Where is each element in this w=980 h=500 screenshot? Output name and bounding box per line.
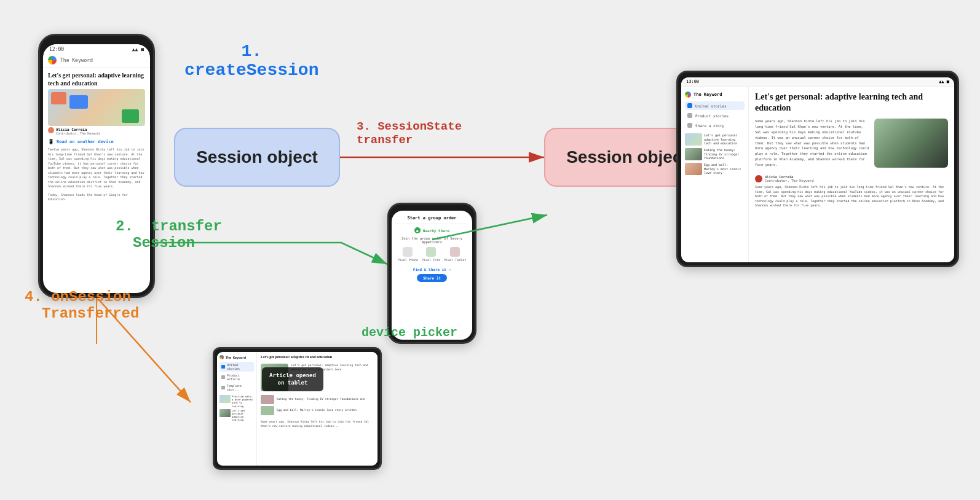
sidebar-label-3: Share a story <box>695 123 724 128</box>
step-3-text1: SessionState <box>377 120 462 133</box>
tablet-article-image <box>874 119 948 168</box>
google-logo-icon <box>48 56 57 64</box>
status-time: 12:00 <box>49 47 64 52</box>
device-icon-2 <box>426 247 436 257</box>
tbs-article-title: Let's get personal: adaptive ch and educ… <box>257 352 377 362</box>
step-1-number: 1. <box>184 42 318 61</box>
tablet-sidebar-item-2[interactable]: Product stories <box>685 111 745 120</box>
session-box-left-text: Session object <box>196 147 318 167</box>
phone-article-title: Let's get personal: adaptive learning te… <box>43 68 150 89</box>
sidebar-thumb-text-3: Egg and ball: Marley's most iconic love … <box>704 163 745 175</box>
tbs-item-1: Eating the honey: finding EV stronger fo… <box>261 395 374 404</box>
tablet-status-time: 13:00 <box>686 79 699 84</box>
tablet-author-info: Alicia Correia Contributor, The Keyword <box>765 175 813 182</box>
phone-author: Alicia Correia Contributor, The Keyword <box>48 127 145 135</box>
session-box-right-text: Session object <box>566 147 688 167</box>
sidebar-icon-1 <box>687 103 692 108</box>
phone-left-mockup: 12:00 ▲▲ ■ The Keyword Let's get persona… <box>38 34 155 298</box>
tablet-logo-text: The Keyword <box>694 92 722 97</box>
sidebar-icon-2 <box>687 113 692 118</box>
tablet-main-content: Let's get personal: adaptive learning te… <box>749 87 954 262</box>
picker-content: Start a group order ● Nearby Share Join … <box>392 211 472 340</box>
picker-instruction: Join the group order of Savory Appetizer… <box>397 236 467 244</box>
article-opened-overlay: Article opened on tablet <box>262 367 323 391</box>
tbs-logo: The Keyword <box>219 355 254 359</box>
tbs-icon-1 <box>221 365 225 369</box>
device-label-2: Pixel Fold <box>422 258 440 262</box>
picker-footer: Find & Share it → <box>413 267 451 271</box>
tbs-logo-text: The Keyword <box>226 356 246 359</box>
tablet-article-title: Let's get personal: adaptive learning te… <box>755 92 948 114</box>
step-3-number: 3. <box>357 120 377 133</box>
step-2-number-text1: 2. transfer <box>116 218 222 235</box>
tbs-thumb-text-2: Let's get personal adaptive learning <box>232 409 254 422</box>
nearby-share-label: Nearby Share <box>423 229 449 233</box>
picker-share-button[interactable]: Share it <box>417 274 447 282</box>
tablet-author-avatar <box>755 175 762 182</box>
picker-divider <box>397 224 467 224</box>
phone-body-text: Twelve years ago, Shannon Rinta left his… <box>43 146 150 191</box>
author-name: Alicia Correia <box>56 127 100 131</box>
picker-device-3: Pixel Tablet <box>444 247 466 262</box>
tablet-logo: The Keyword <box>685 92 745 98</box>
tbs-sidebar-item-3[interactable]: Template stor... <box>219 383 254 393</box>
tablet-right-mockup: 13:00 ▲▲ ■ The Keyword United stories P <box>676 71 959 267</box>
sidebar-thumb-text-1: Let's get personal adaptive learning tec… <box>704 133 745 146</box>
tbs-thumbnails: Practice sets: a more powered path to le… <box>219 395 254 422</box>
tbs-icon-2 <box>221 375 225 379</box>
tbs-label-2: Product article <box>227 373 252 381</box>
tbs-label-3: Template stor... <box>227 384 252 391</box>
step-3-label: 3. SessionState transfer <box>357 120 462 147</box>
device-label-1: Pixel Phone <box>398 258 418 262</box>
status-bar: 12:00 ▲▲ ■ <box>43 44 150 53</box>
google-bar: The Keyword <box>43 53 150 68</box>
sidebar-label-2: Product stories <box>695 114 729 118</box>
tbs-thumb-2: Let's get personal adaptive learning <box>219 409 254 422</box>
sidebar-thumb-3: Egg and ball: Marley's most iconic love … <box>685 163 745 175</box>
author-role: Contributor, The Keyword <box>56 131 100 135</box>
tbs-thumb-img-1 <box>219 395 231 403</box>
phone-body-text2: Today, Shannon leads the head of Google … <box>43 191 150 204</box>
tbs-item-text-2: Egg and ball: Marley's iconic love story… <box>277 408 357 412</box>
tablet-article-text-col: Some years ago, Shannon Rinta left his j… <box>755 119 948 171</box>
sidebar-thumb-2: Eating the honey: finding EV stronger fo… <box>685 148 745 160</box>
tablet-sidebar-item-3[interactable]: Share a story <box>685 121 745 130</box>
read-on-device-link[interactable]: 📱 Read on another device <box>43 138 150 146</box>
step-3-text2: transfer <box>357 133 462 147</box>
sidebar-icon-3 <box>687 123 692 128</box>
tablet-footer-text: Some years ago, Shannon Rinta left his j… <box>755 182 948 211</box>
tablet-status-bar: 13:00 ▲▲ ■ <box>681 77 954 87</box>
tablet-bottom-content: The Keyword United stories Product artic… <box>217 352 377 466</box>
step-4-number-text: 4. onSession <box>25 289 139 305</box>
picker-device-1: Pixel Phone <box>398 247 418 262</box>
tbs-main-content: Let's get personal: adaptive ch and educ… <box>257 352 377 466</box>
step-1-text: createSession <box>184 61 318 80</box>
phone-author-section: Alicia Correia Contributor, The Keyword <box>43 126 150 138</box>
diagram-container: 12:00 ▲▲ ■ The Keyword Let's get persona… <box>0 0 980 500</box>
tbs-item-2: Egg and ball: Marley's iconic love story… <box>261 406 374 415</box>
sidebar-label-1: United stories <box>695 104 727 108</box>
tablet-status-icons: ▲▲ ■ <box>939 79 949 84</box>
picker-header: Start a group order <box>407 216 456 221</box>
device-picker-label: device picker <box>362 326 457 340</box>
tbs-label-1: United stories <box>227 363 252 370</box>
device-label-3: Pixel Tablet <box>444 258 466 262</box>
tablet-g-logo-icon <box>685 92 691 98</box>
sidebar-thumbnails: Let's get personal adaptive learning tec… <box>685 133 745 175</box>
status-icons: ▲▲ ■ <box>132 47 144 52</box>
sidebar-thumb-1: Let's get personal adaptive learning tec… <box>685 133 745 146</box>
tbs-sidebar-item-1[interactable]: United stories <box>219 362 254 372</box>
step-1-label: 1. createSession <box>184 42 318 80</box>
tbs-item-img-1 <box>261 395 274 404</box>
session-box-left: Session object <box>174 128 340 187</box>
tablet-bottom-screen: The Keyword United stories Product artic… <box>217 352 377 466</box>
tbs-sidebar-item-2[interactable]: Product article <box>219 372 254 382</box>
tbs-thumb-img-2 <box>219 409 231 417</box>
step-2-label: 2. transfer Session <box>116 218 222 251</box>
tbs-item-text-1: Eating the honey: finding EV stronger fo… <box>277 397 365 401</box>
tablet-sidebar-item-1[interactable]: United stories <box>685 101 745 110</box>
nearby-share-btn[interactable]: ● Nearby Share <box>414 227 449 233</box>
picker-device-2: Pixel Fold <box>422 247 440 262</box>
tbs-g-logo-icon <box>219 355 224 359</box>
tablet-screen-content: The Keyword United stories Product stori… <box>681 87 954 262</box>
